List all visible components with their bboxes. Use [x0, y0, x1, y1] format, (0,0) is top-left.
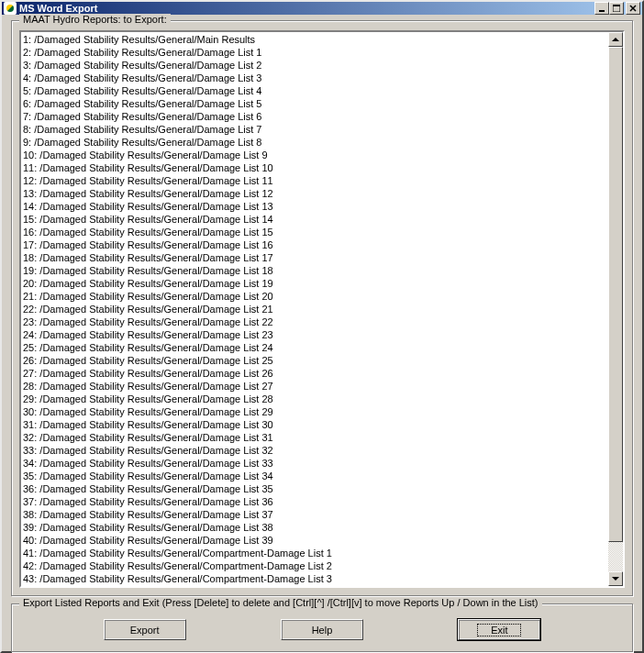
svg-rect-2	[613, 5, 620, 6]
vertical-scrollbar[interactable]	[608, 32, 623, 586]
actions-groupbox: Export Listed Reports and Exit (Press [D…	[11, 603, 633, 652]
list-item[interactable]: 20: /Damaged Stability Results/General/D…	[23, 277, 606, 290]
list-item[interactable]: 11: /Damaged Stability Results/General/D…	[23, 161, 606, 174]
reports-listbox-frame: 1: /Damaged Stability Results/General/Ma…	[19, 30, 625, 588]
list-item[interactable]: 40: /Damaged Stability Results/General/D…	[23, 534, 606, 547]
list-item[interactable]: 13: /Damaged Stability Results/General/D…	[23, 187, 606, 200]
scroll-thumb[interactable]	[608, 47, 623, 542]
list-item[interactable]: 6: /Damaged Stability Results/General/Da…	[23, 97, 606, 110]
list-item[interactable]: 27: /Damaged Stability Results/General/D…	[23, 367, 606, 380]
list-item[interactable]: 43: /Damaged Stability Results/General/C…	[23, 572, 606, 585]
scroll-up-button[interactable]	[608, 32, 623, 47]
list-item[interactable]: 24: /Damaged Stability Results/General/D…	[23, 328, 606, 341]
list-item[interactable]: 34: /Damaged Stability Results/General/D…	[23, 457, 606, 470]
list-item[interactable]: 8: /Damaged Stability Results/General/Da…	[23, 123, 606, 136]
list-item[interactable]: 7: /Damaged Stability Results/General/Da…	[23, 110, 606, 123]
list-item[interactable]: 37: /Damaged Stability Results/General/D…	[23, 495, 606, 508]
list-item[interactable]: 2: /Damaged Stability Results/General/Da…	[23, 46, 606, 59]
list-item[interactable]: 42: /Damaged Stability Results/General/C…	[23, 559, 606, 572]
help-button[interactable]: Help	[281, 619, 363, 640]
list-item[interactable]: 12: /Damaged Stability Results/General/D…	[23, 174, 606, 187]
list-item[interactable]: 25: /Damaged Stability Results/General/D…	[23, 341, 606, 354]
reports-group-legend: MAAT Hydro Reports: to Export:	[19, 14, 171, 25]
list-item[interactable]: 1: /Damaged Stability Results/General/Ma…	[23, 33, 606, 46]
list-item[interactable]: 10: /Damaged Stability Results/General/D…	[23, 149, 606, 161]
list-item[interactable]: 28: /Damaged Stability Results/General/D…	[23, 380, 606, 393]
export-button[interactable]: Export	[104, 619, 186, 640]
exit-button[interactable]: Exit	[458, 619, 540, 640]
list-item[interactable]: 32: /Damaged Stability Results/General/D…	[23, 431, 606, 444]
svg-rect-0	[599, 10, 605, 12]
close-button[interactable]	[626, 2, 640, 15]
list-item[interactable]: 15: /Damaged Stability Results/General/D…	[23, 213, 606, 226]
list-item[interactable]: 41: /Damaged Stability Results/General/C…	[23, 547, 606, 559]
window-frame: MS Word Export MAAT Hydro Reports: to Ex…	[0, 0, 644, 653]
reports-groupbox: MAAT Hydro Reports: to Export: 1: /Damag…	[11, 20, 633, 596]
list-item[interactable]: 35: /Damaged Stability Results/General/D…	[23, 470, 606, 482]
client-area: MAAT Hydro Reports: to Export: 1: /Damag…	[2, 15, 642, 653]
list-item[interactable]: 30: /Damaged Stability Results/General/D…	[23, 405, 606, 418]
list-item[interactable]: 29: /Damaged Stability Results/General/D…	[23, 393, 606, 405]
list-item[interactable]: 9: /Damaged Stability Results/General/Da…	[23, 136, 606, 149]
list-item[interactable]: 38: /Damaged Stability Results/General/D…	[23, 508, 606, 521]
list-item[interactable]: 4: /Damaged Stability Results/General/Da…	[23, 72, 606, 84]
window-title: MS Word Export	[19, 3, 594, 14]
list-item[interactable]: 17: /Damaged Stability Results/General/D…	[23, 238, 606, 251]
list-item[interactable]: 39: /Damaged Stability Results/General/D…	[23, 521, 606, 534]
export-button-label: Export	[130, 625, 160, 636]
list-item[interactable]: 5: /Damaged Stability Results/General/Da…	[23, 84, 606, 97]
actions-group-legend: Export Listed Reports and Exit (Press [D…	[19, 597, 542, 608]
svg-marker-5	[612, 38, 619, 41]
list-item[interactable]: 3: /Damaged Stability Results/General/Da…	[23, 59, 606, 72]
help-button-label: Help	[312, 625, 333, 636]
title-bar: MS Word Export	[2, 2, 642, 15]
list-item[interactable]: 14: /Damaged Stability Results/General/D…	[23, 200, 606, 213]
list-item[interactable]: 23: /Damaged Stability Results/General/D…	[23, 315, 606, 328]
maximize-button[interactable]	[609, 2, 624, 15]
minimize-button[interactable]	[594, 2, 609, 15]
scroll-track[interactable]	[608, 47, 623, 571]
list-item[interactable]: 33: /Damaged Stability Results/General/D…	[23, 444, 606, 457]
list-item[interactable]: 36: /Damaged Stability Results/General/D…	[23, 482, 606, 495]
list-item[interactable]: 22: /Damaged Stability Results/General/D…	[23, 303, 606, 315]
svg-marker-6	[612, 577, 619, 581]
exit-button-label: Exit	[477, 624, 521, 636]
list-item[interactable]: 31: /Damaged Stability Results/General/D…	[23, 418, 606, 431]
list-item[interactable]: 16: /Damaged Stability Results/General/D…	[23, 226, 606, 238]
list-item[interactable]: 19: /Damaged Stability Results/General/D…	[23, 264, 606, 277]
app-icon	[4, 2, 17, 15]
reports-listbox[interactable]: 1: /Damaged Stability Results/General/Ma…	[21, 32, 608, 586]
scroll-down-button[interactable]	[608, 571, 623, 586]
list-item[interactable]: 21: /Damaged Stability Results/General/D…	[23, 290, 606, 303]
list-item[interactable]: 26: /Damaged Stability Results/General/D…	[23, 354, 606, 367]
list-item[interactable]: 18: /Damaged Stability Results/General/D…	[23, 251, 606, 264]
